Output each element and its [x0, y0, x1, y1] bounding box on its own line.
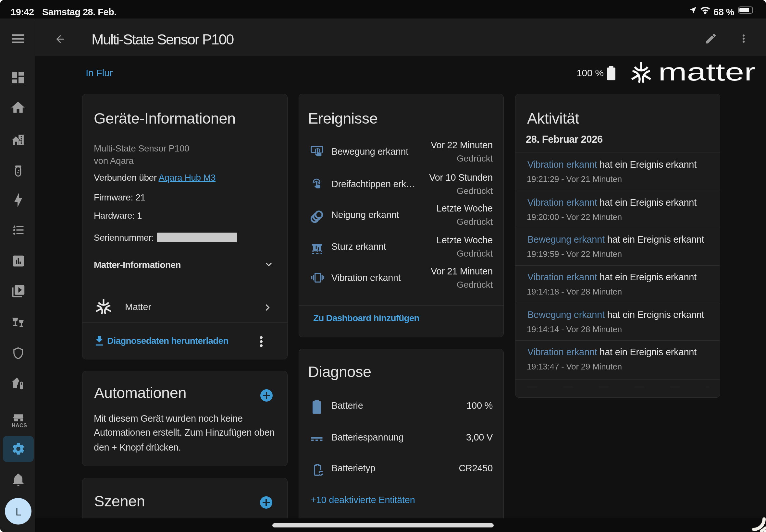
svg-text:matter: matter: [658, 58, 756, 86]
